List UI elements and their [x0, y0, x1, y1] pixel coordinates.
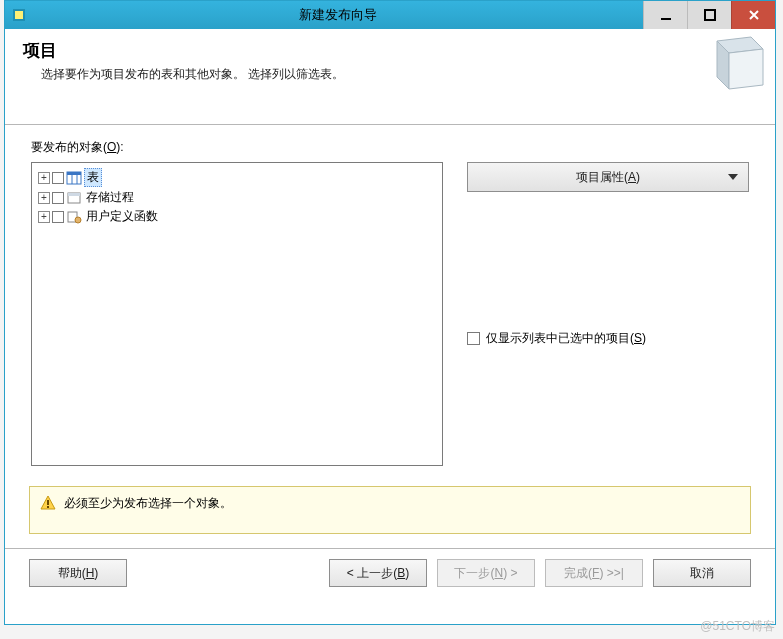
window-buttons [643, 1, 775, 29]
warning-text: 必须至少为发布选择一个对象。 [64, 495, 232, 512]
svg-rect-12 [68, 193, 80, 196]
maximize-button[interactable] [687, 1, 731, 29]
close-button[interactable] [731, 1, 775, 29]
svg-rect-2 [661, 18, 671, 20]
tree-node-label: 用户定义函数 [84, 208, 160, 225]
help-button[interactable]: 帮助(H) [29, 559, 127, 587]
warning-icon [40, 495, 56, 511]
wizard-window: 新建发布向导 项目 选择要作为项目发布的表和其他对象。 选择列以筛选表。 [4, 0, 776, 625]
expand-icon[interactable]: + [38, 211, 50, 223]
warning-panel: 必须至少为发布选择一个对象。 [29, 486, 751, 534]
tree-node-stored-procs[interactable]: + 存储过程 [38, 188, 436, 207]
next-button[interactable]: 下一步(N) > [437, 559, 535, 587]
checkbox[interactable] [52, 192, 64, 204]
only-selected-checkbox[interactable] [467, 332, 480, 345]
stored-proc-icon [66, 191, 82, 205]
checkbox[interactable] [52, 172, 64, 184]
page-subtitle: 选择要作为项目发布的表和其他对象。 选择列以筛选表。 [41, 66, 757, 83]
header-banner-icon [711, 35, 769, 93]
svg-rect-3 [705, 10, 715, 20]
tree-node-udf[interactable]: + 用户定义函数 [38, 207, 436, 226]
svg-rect-8 [67, 172, 81, 175]
only-selected-label: 仅显示列表中已选中的项目(S) [486, 330, 646, 347]
titlebar: 新建发布向导 [5, 1, 775, 29]
tree-node-label: 表 [84, 168, 102, 187]
checkbox[interactable] [52, 211, 64, 223]
svg-marker-6 [729, 49, 763, 89]
svg-point-14 [75, 217, 81, 223]
cancel-button[interactable]: 取消 [653, 559, 751, 587]
page-title: 项目 [23, 39, 757, 62]
minimize-button[interactable] [643, 1, 687, 29]
expand-icon[interactable]: + [38, 192, 50, 204]
table-icon [66, 171, 82, 185]
spacer [467, 192, 749, 322]
footer: 帮助(H) < 上一步(B) 下一步(N) > 完成(F) >>| 取消 [5, 549, 775, 599]
back-button[interactable]: < 上一步(B) [329, 559, 427, 587]
watermark: @51CTO博客 [700, 618, 775, 635]
content-area: 要发布的对象(O): + 表 + [5, 125, 775, 476]
app-icon [5, 1, 33, 29]
svg-marker-15 [728, 174, 738, 180]
chevron-down-icon [728, 174, 738, 180]
objects-tree[interactable]: + 表 + 存储过程 [31, 162, 443, 466]
objects-label: 要发布的对象(O): [31, 139, 749, 156]
wizard-header: 项目 选择要作为项目发布的表和其他对象。 选择列以筛选表。 [5, 29, 775, 125]
function-icon [66, 210, 82, 224]
svg-rect-18 [47, 506, 49, 508]
finish-button[interactable]: 完成(F) >>| [545, 559, 643, 587]
item-properties-button[interactable]: 项目属性(A) [467, 162, 749, 192]
window-title: 新建发布向导 [33, 1, 643, 29]
tree-node-tables[interactable]: + 表 [38, 167, 436, 188]
svg-rect-1 [15, 11, 23, 19]
only-selected-row: 仅显示列表中已选中的项目(S) [467, 330, 749, 347]
svg-rect-17 [47, 500, 49, 505]
tree-node-label: 存储过程 [84, 189, 136, 206]
expand-icon[interactable]: + [38, 172, 50, 184]
